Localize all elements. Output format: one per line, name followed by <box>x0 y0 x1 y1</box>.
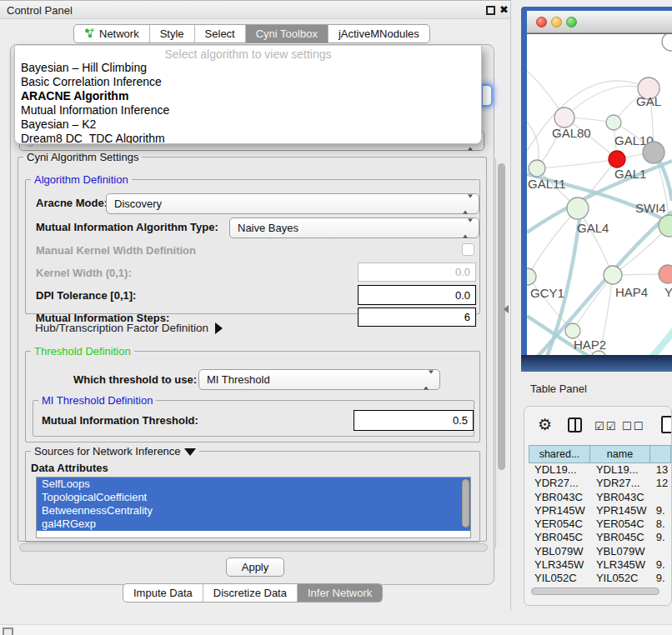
tab-network[interactable]: Network <box>74 25 150 42</box>
stepper-arrows-icon <box>463 198 473 210</box>
column-header[interactable]: shared... <box>529 445 590 463</box>
network-node-hap2[interactable] <box>565 323 580 338</box>
table-cell: YER054C <box>590 518 650 531</box>
table-row[interactable]: YDL19...YDL19...13 <box>529 463 671 477</box>
algorithm-option[interactable]: Mutual Information Inference <box>15 103 481 118</box>
which-threshold-select[interactable]: MI Threshold <box>198 369 440 390</box>
tab-impute-data[interactable]: Impute Data <box>123 584 203 602</box>
close-traffic-light-icon[interactable] <box>536 17 547 28</box>
data-attributes-label: Data Attributes <box>31 462 108 474</box>
mi-steps-field[interactable]: 6 <box>358 308 476 327</box>
tab-infer-network[interactable]: Infer Network <box>298 584 382 602</box>
table-cell: 9. <box>650 572 671 585</box>
table-cell: YDL19... <box>529 463 590 477</box>
network-canvas[interactable]: GALGAL80GAL10GAL1GAL11GAL4SWI4GCY1HAP4YH… <box>527 34 672 355</box>
table-row[interactable]: YIL052CYIL052C9. <box>529 572 671 585</box>
mi-algorithm-type-select[interactable]: Naive Bayes <box>229 218 479 238</box>
network-node-gal4[interactable] <box>567 198 589 219</box>
table-row[interactable]: YDR27...YDR27...12 <box>529 477 671 490</box>
minimize-traffic-light-icon[interactable] <box>551 17 562 28</box>
network-node[interactable] <box>643 142 664 163</box>
attribute-item[interactable]: gal4RGexp <box>37 518 470 531</box>
mi-algorithm-type-label: Mutual Information Algorithm Type: <box>36 221 218 233</box>
zoom-traffic-light-icon[interactable] <box>566 17 577 28</box>
split-columns-icon[interactable] <box>568 418 582 432</box>
table-row[interactable]: YBL079WYBL079W <box>529 545 671 558</box>
hub-definition-toggle[interactable]: Hub/Transcription Factor Definition <box>35 322 223 334</box>
scrollbar-thumb[interactable] <box>498 163 505 470</box>
sources-title[interactable]: Sources for Network Inference <box>31 445 199 458</box>
tab-cyni-toolbox[interactable]: Cyni Toolbox <box>246 25 328 42</box>
table-row[interactable]: YLR345WYLR345W9. <box>529 558 671 572</box>
table-body: YDL19...YDL19...13YDR27...YDR27...12YBR0… <box>529 463 671 586</box>
kernel-width-field[interactable]: 0.0 <box>358 262 476 282</box>
splitter-collapse-icon[interactable] <box>504 305 509 313</box>
column-header[interactable] <box>650 445 671 463</box>
tab-jactivemnodules[interactable]: jActiveMNodules <box>328 25 429 42</box>
screen: Control Panel ✖ NetworkStyleSelectCyni T… <box>0 0 672 635</box>
manual-kernel-width-checkbox[interactable] <box>462 243 474 256</box>
group-title: MI Threshold Definition <box>38 394 156 407</box>
table-cell: YDR27... <box>529 477 590 490</box>
network-node-y[interactable] <box>659 265 672 283</box>
table-cell: YPR145W <box>590 504 650 518</box>
algorithm-option[interactable]: Basic Correlation Inference <box>15 75 481 89</box>
popup-prompt: Select algorithm to view settings <box>15 48 481 61</box>
network-node-gcy1[interactable] <box>527 268 536 285</box>
table-cell: YBR043C <box>590 491 650 504</box>
mi-threshold-group: MI Threshold Definition Mutual Informati… <box>33 400 474 437</box>
document-icon[interactable] <box>661 416 672 433</box>
list-scrollbar[interactable] <box>462 479 469 528</box>
control-panel-tabbar: NetworkStyleSelectCyni ToolboxjActiveMNo… <box>73 24 430 43</box>
network-node-gal1[interactable] <box>609 151 625 168</box>
attribute-item[interactable]: BetweennessCentrality <box>37 504 470 518</box>
network-node-gal80[interactable] <box>554 108 574 128</box>
collapsed-arrow-icon <box>215 322 223 334</box>
attribute-item[interactable]: TopologicalCoefficient <box>37 491 470 504</box>
table-row[interactable]: YBR045CYBR045C9. <box>529 531 671 544</box>
algorithm-combo-stepper[interactable] <box>481 84 493 107</box>
algorithm-option[interactable]: Bayesian – Hill Climbing <box>15 61 481 75</box>
select-all-checkboxes-icon[interactable]: ☑☑ <box>594 420 617 432</box>
table-row[interactable]: YBR043CYBR043C <box>529 491 671 504</box>
aracne-mode-select[interactable]: Discovery <box>106 193 479 214</box>
column-header[interactable]: name <box>590 445 650 463</box>
dpi-tolerance-field[interactable]: 0.0 <box>358 285 476 305</box>
float-window-icon[interactable] <box>486 6 495 15</box>
which-threshold-label: Which threshold to use: <box>73 373 197 386</box>
network-node-label: Y <box>664 285 672 299</box>
hub-definition-label: Hub/Transcription Factor Definition <box>35 322 208 334</box>
table-cell: 12 <box>650 477 671 490</box>
network-node-hap4[interactable] <box>604 266 622 284</box>
network-graph: GALGAL80GAL10GAL1GAL11GAL4SWI4GCY1HAP4YH… <box>527 34 672 355</box>
network-node-label: HAP4 <box>615 285 648 299</box>
settings-vscrollbar[interactable] <box>495 158 506 548</box>
tab-label: Discretize Data <box>213 587 287 599</box>
aracne-mode-label: Aracne Mode: <box>36 197 108 209</box>
algorithm-option[interactable]: Bayesian – K2 <box>15 118 481 132</box>
network-titlebar[interactable] <box>527 11 672 33</box>
mi-threshold-field[interactable]: 0.5 <box>354 410 474 431</box>
apply-button[interactable]: Apply <box>226 558 284 577</box>
table-row[interactable]: YER054CYER054C8. <box>529 518 671 531</box>
network-node-gal10[interactable] <box>606 115 621 130</box>
table-row[interactable]: YPR145WYPR145W9. <box>529 504 671 518</box>
gear-icon[interactable]: ⚙ <box>538 415 552 433</box>
deselect-all-checkboxes-icon[interactable]: ☐☐ <box>622 420 644 432</box>
data-attributes-list[interactable]: SelfLoopsTopologicalCoefficientBetweenne… <box>36 477 471 538</box>
network-icon <box>84 28 95 41</box>
close-icon[interactable]: ✖ <box>499 3 509 16</box>
tab-select[interactable]: Select <box>195 25 246 42</box>
group-title: Algorithm Definition <box>31 173 132 186</box>
attribute-item[interactable]: SelfLoops <box>37 478 470 491</box>
table-hscrollbar[interactable] <box>531 588 659 595</box>
tab-discretize-data[interactable]: Discretize Data <box>203 584 298 602</box>
settings-hscrollbar[interactable] <box>19 543 488 552</box>
control-panel-title: Control Panel <box>7 4 73 17</box>
network-node-gal11[interactable] <box>529 160 545 177</box>
algorithm-option[interactable]: ARACNE Algorithm <box>15 89 481 103</box>
dock-panel-icon[interactable] <box>3 628 13 635</box>
algorithm-option[interactable]: Dream8 DC_TDC Algorithm <box>15 132 481 144</box>
network-node[interactable] <box>662 34 672 51</box>
tab-style[interactable]: Style <box>150 25 195 42</box>
